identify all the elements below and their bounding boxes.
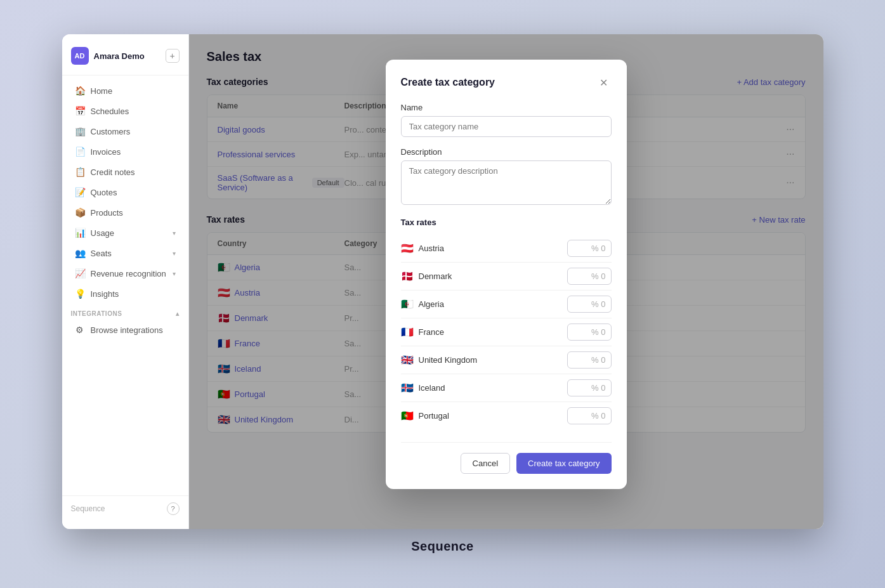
description-field: Description <box>401 147 612 207</box>
sidebar-item-label: Home <box>91 86 113 96</box>
flag-denmark-modal: 🇩🇰 <box>401 270 414 282</box>
country-label-algeria: Algeria <box>419 299 444 309</box>
sidebar-item-home[interactable]: 🏠 Home <box>66 81 185 100</box>
chevron-down-icon: ▾ <box>173 230 176 237</box>
rate-input-iceland[interactable] <box>567 379 612 396</box>
integrations-section-label: INTEGRATIONS ▴ <box>62 304 188 320</box>
rate-input-uk[interactable] <box>567 351 612 369</box>
tax-rate-country-portugal: 🇵🇹 Portugal <box>401 410 449 422</box>
tax-rate-country-austria: 🇦🇹 Austria <box>401 242 444 254</box>
sidebar-item-invoices[interactable]: 📄 Invoices <box>66 142 185 161</box>
usage-icon: 📊 <box>75 228 85 238</box>
seats-icon: 👥 <box>75 248 85 258</box>
sidebar-item-label: Browse integrations <box>91 325 163 335</box>
chevron-up-icon: ▴ <box>176 310 180 317</box>
avatar: AD <box>71 47 89 65</box>
tax-rate-row-austria: 🇦🇹 Austria <box>401 235 612 263</box>
add-button[interactable]: + <box>166 49 180 63</box>
sidebar-item-label: Invoices <box>91 147 121 157</box>
country-label-iceland: Iceland <box>419 383 445 393</box>
integrations-icon: ⚙ <box>75 325 85 335</box>
rate-input-portugal[interactable] <box>567 407 612 424</box>
country-label-france: France <box>419 327 444 337</box>
sidebar-item-label: Customers <box>91 127 131 136</box>
sidebar-item-label: Seats <box>91 249 112 258</box>
flag-iceland-modal: 🇮🇸 <box>401 382 414 394</box>
chevron-down-icon: ▾ <box>173 250 176 257</box>
tax-rate-country-iceland: 🇮🇸 Iceland <box>401 382 445 394</box>
create-tax-category-modal: Create tax category ✕ Name Description T… <box>386 60 627 489</box>
sidebar-item-label: Schedules <box>91 107 129 116</box>
app-window: AD Amara Demo + 🏠 Home 📅 Schedules 🏢 Cus… <box>62 34 823 529</box>
flag-portugal-modal: 🇵🇹 <box>401 410 414 422</box>
cancel-button[interactable]: Cancel <box>461 453 510 474</box>
rate-input-austria[interactable] <box>567 240 612 257</box>
invoices-icon: 📄 <box>75 147 85 157</box>
tax-rate-row-france: 🇫🇷 France <box>401 318 612 346</box>
country-label-austria: Austria <box>419 244 444 253</box>
rate-input-algeria[interactable] <box>567 296 612 313</box>
sidebar-item-label: Credit notes <box>91 167 135 177</box>
sidebar-item-seats[interactable]: 👥 Seats ▾ <box>66 244 185 263</box>
flag-austria-modal: 🇦🇹 <box>401 242 414 254</box>
tax-rate-list: 🇦🇹 Austria 🇩🇰 Denmark <box>401 235 612 429</box>
company-name: Amara Demo <box>94 51 161 61</box>
sidebar-item-products[interactable]: 📦 Products <box>66 203 185 222</box>
sidebar-item-credit-notes[interactable]: 📋 Credit notes <box>66 162 185 181</box>
create-tax-category-button[interactable]: Create tax category <box>516 453 611 474</box>
sidebar-item-revenue-recognition[interactable]: 📈 Revenue recognition ▾ <box>66 264 185 283</box>
name-input[interactable] <box>401 116 612 137</box>
quotes-icon: 📝 <box>75 187 85 197</box>
sidebar-item-usage[interactable]: 📊 Usage ▾ <box>66 223 185 242</box>
country-label-denmark: Denmark <box>419 271 452 281</box>
sidebar-item-insights[interactable]: 💡 Insights <box>66 284 185 303</box>
sidebar-header: AD Amara Demo + <box>62 42 188 75</box>
customers-icon: 🏢 <box>75 126 85 136</box>
sidebar-item-browse-integrations[interactable]: ⚙ Browse integrations <box>66 320 185 339</box>
description-textarea[interactable] <box>401 160 612 205</box>
tax-rate-country-denmark: 🇩🇰 Denmark <box>401 270 452 282</box>
sidebar-footer: Sequence ? <box>62 495 188 521</box>
modal-footer: Cancel Create tax category <box>401 442 612 474</box>
country-label-uk: United Kingdom <box>419 355 478 365</box>
modal-title: Create tax category <box>401 77 495 88</box>
footer-text: Sequence <box>71 504 105 513</box>
sidebar-item-label: Quotes <box>91 188 117 197</box>
main-content: Sales tax Tax categories + Add tax categ… <box>189 34 823 529</box>
name-label: Name <box>401 103 612 112</box>
sidebar-item-schedules[interactable]: 📅 Schedules <box>66 101 185 121</box>
modal-close-button[interactable]: ✕ <box>596 75 612 90</box>
products-icon: 📦 <box>75 207 85 218</box>
flag-algeria-modal: 🇩🇿 <box>401 298 414 310</box>
home-icon: 🏠 <box>75 86 85 96</box>
sidebar: AD Amara Demo + 🏠 Home 📅 Schedules 🏢 Cus… <box>62 34 189 529</box>
help-icon[interactable]: ? <box>167 502 180 515</box>
tax-rate-country-uk: 🇬🇧 United Kingdom <box>401 354 478 366</box>
schedules-icon: 📅 <box>75 106 85 116</box>
tax-rate-country-france: 🇫🇷 France <box>401 326 444 338</box>
tax-rate-row-denmark: 🇩🇰 Denmark <box>401 263 612 291</box>
sidebar-item-label: Insights <box>91 289 119 299</box>
insights-icon: 💡 <box>75 289 85 299</box>
flag-uk-modal: 🇬🇧 <box>401 354 414 366</box>
rate-input-denmark[interactable] <box>567 268 612 285</box>
revenue-icon: 📈 <box>75 268 85 278</box>
modal-header: Create tax category ✕ <box>401 75 612 90</box>
sidebar-item-quotes[interactable]: 📝 Quotes <box>66 183 185 202</box>
tax-rate-country-algeria: 🇩🇿 Algeria <box>401 298 444 310</box>
rate-input-france[interactable] <box>567 323 612 341</box>
country-label-portugal: Portugal <box>419 411 449 421</box>
tax-rate-row-algeria: 🇩🇿 Algeria <box>401 291 612 318</box>
sidebar-item-label: Products <box>91 208 123 218</box>
bottom-brand-label: Sequence <box>411 539 473 554</box>
flag-france-modal: 🇫🇷 <box>401 326 414 338</box>
credit-notes-icon: 📋 <box>75 167 85 177</box>
modal-overlay: Create tax category ✕ Name Description T… <box>189 34 823 529</box>
sidebar-item-label: Usage <box>91 228 115 238</box>
name-field: Name <box>401 103 612 137</box>
modal-tax-rates-title: Tax rates <box>401 218 612 227</box>
sidebar-item-customers[interactable]: 🏢 Customers <box>66 122 185 141</box>
chevron-down-icon: ▾ <box>173 270 176 277</box>
tax-rate-row-portugal: 🇵🇹 Portugal <box>401 402 612 429</box>
description-label: Description <box>401 147 612 157</box>
